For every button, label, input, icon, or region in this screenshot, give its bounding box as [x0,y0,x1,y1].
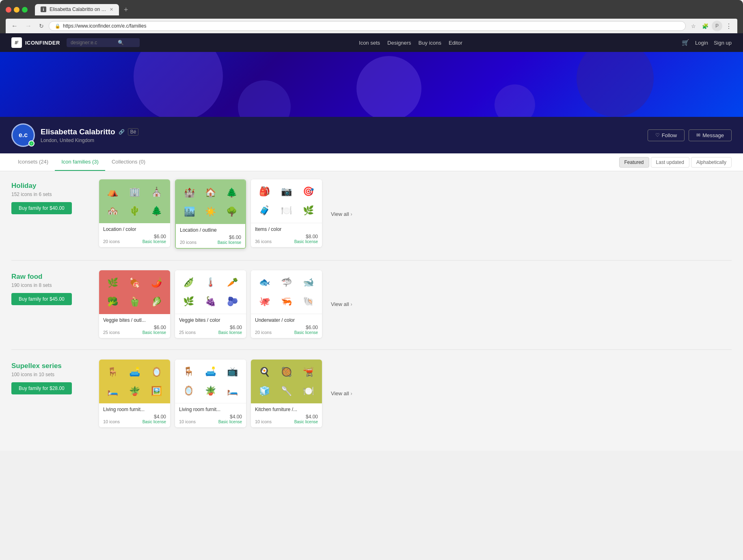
follow-button[interactable]: ♡ Follow [648,129,685,141]
iconset-license: Basic license [218,420,242,424]
tab-icon-families[interactable]: Icon families (3) [55,153,105,171]
iconset-price: $8.00 [294,234,318,239]
profile-link-icon[interactable]: 🔗 [119,129,125,135]
iconset-name: Kitchen furniture /... [255,407,318,412]
message-label: Message [702,132,724,138]
iconset-card[interactable]: ⛺ 🏢 ⛪ 🏘️ 🌵 🌲 Location / color 20 icons [99,179,170,247]
forward-button[interactable]: → [23,21,34,31]
family-section-supellex: Supellex series 100 icons in 10 sets Buy… [11,360,732,427]
iconset-count: 36 icons [255,239,272,244]
tabs: Iconsets (24) Icon families (3) Collecti… [11,153,152,171]
chevron-right-icon: › [351,211,352,217]
iconset-count: 20 icons [180,240,197,245]
minimize-button[interactable] [14,7,19,13]
iconset-card[interactable]: 🪑 🛋️ 🪞 🛏️ 🪴 🖼️ Living room furnit... 10 … [99,360,170,427]
iconset-card[interactable]: 🪑 🛋️ 📺 🪞 🪴 🛏️ Living room furnit... 10 i… [175,360,246,427]
iconset-price: $6.00 [143,325,166,330]
new-tab-button[interactable]: + [121,6,132,13]
cart-icon[interactable]: 🛒 [682,39,689,46]
view-all-label: View all [331,301,349,307]
tab-favicon: i [41,6,46,12]
family-info-supellex: Supellex series 100 icons in 10 sets Buy… [11,360,93,394]
family-section-holiday: Holiday 152 icons in 6 sets Buy family f… [11,179,732,249]
iconset-license: Basic license [218,240,241,245]
header-search-box[interactable]: 🔍 [67,38,140,47]
nav-designers[interactable]: Designers [387,40,411,46]
iconset-name: Veggie bites / color [179,317,242,323]
nav-editor[interactable]: Editor [449,40,462,46]
buy-supellex-button[interactable]: Buy family for $28.00 [11,382,72,394]
sort-featured[interactable]: Featured [619,157,649,168]
family-name-holiday: Holiday [11,182,93,190]
close-button[interactable] [6,7,11,13]
heart-icon: ♡ [655,132,660,138]
tab-close-icon[interactable]: ✕ [110,7,113,12]
iconset-card[interactable]: 🫛 🌡️ 🥕 🌿 🍇 🫐 Veggie bites / color 25 ico… [175,270,246,338]
iconset-count: 10 icons [255,419,272,424]
profile-name: Elisabetta Calabritto [41,127,115,136]
profile-actions: ♡ Follow ✉ Message [648,129,732,141]
site-nav: Icon sets Designers Buy icons Editor [359,40,462,46]
search-icon[interactable]: 🔍 [118,40,124,45]
back-button[interactable]: ← [9,21,20,31]
browser-tab[interactable]: i Elisabetta Calabritto on Iconfinc... ✕ [35,4,119,15]
iconset-card[interactable]: 🐟 🦈 🐋 🐙 🦐 🐚 Underwater / color 20 icons [251,270,322,338]
lock-icon: 🔒 [55,24,60,29]
extensions-icon[interactable]: 🧩 [700,21,711,31]
view-all-rawfood[interactable]: View all › [327,297,356,311]
iconset-card[interactable]: 🌿 🍖 🌶️ 🥦 🫑 🥬 Veggie bites / outl... 25 i… [99,270,170,338]
iconset-card[interactable]: 🍳 🥘 🫕 🧊 🥄 🍽️ Kitchen furniture /... 10 i… [251,360,322,427]
follow-label: Follow [662,132,677,138]
tab-iconsets[interactable]: Iconsets (24) [11,153,55,171]
family-name-supellex: Supellex series [11,362,93,370]
iconset-name: Veggie bites / outl... [103,317,166,323]
iconset-price: $6.00 [218,325,242,330]
url-text: https://www.iconfinder.com/e.c/families [63,23,680,29]
iconset-license: Basic license [143,330,166,335]
tab-collections[interactable]: Collections (0) [105,153,152,171]
site-logo[interactable]: IF ICONFINDER [11,37,60,48]
iconset-license: Basic license [143,239,166,244]
family-info-holiday: Holiday 152 icons in 6 sets Buy family f… [11,179,93,214]
buy-holiday-button[interactable]: Buy family for $40.00 [11,202,72,214]
iconset-name: Living room furnit... [103,407,166,412]
traffic-lights [6,7,28,13]
browser-nav-icons: ☆ 🧩 P ⋮ [688,21,734,31]
header-search-input[interactable] [71,40,115,45]
iconset-count: 20 icons [255,330,272,335]
menu-icon[interactable]: ⋮ [724,21,734,31]
message-button[interactable]: ✉ Message [689,129,732,141]
iconset-name: Location / outline [180,227,241,233]
login-link[interactable]: Login [695,40,708,46]
maximize-button[interactable] [22,7,28,13]
behance-link[interactable]: Bé [128,128,139,136]
sort-alphabetically[interactable]: Alphabetically [691,157,732,168]
iconset-name: Items / color [255,226,318,232]
avatar-wrap: e.c ✓ [11,123,35,147]
view-all-holiday[interactable]: View all › [327,207,356,221]
logo-mark: IF [11,37,22,48]
iconset-price: $6.00 [294,325,318,330]
iconset-price: $6.00 [143,234,166,239]
site-header: IF ICONFINDER 🔍 Icon sets Designers Buy … [0,33,743,52]
iconset-card[interactable]: 🏰 🏠 🌲 🏙️ ☀️ 🌳 Location / outline 20 icon… [175,179,246,249]
profile-section: e.c ✓ Elisabetta Calabritto 🔗 Bé London,… [0,117,743,153]
bookmark-icon[interactable]: ☆ [688,21,699,31]
signup-link[interactable]: Sign up [714,40,732,46]
profile-location: London, United Kingdom [41,138,138,143]
family-meta-supellex: 100 icons in 10 sets [11,372,93,377]
profile-icon[interactable]: P [712,21,722,31]
family-section-rawfood: Raw food 190 icons in 8 sets Buy family … [11,270,732,338]
buy-rawfood-button[interactable]: Buy family for $45.00 [11,293,72,305]
view-all-label: View all [331,390,349,396]
tabs-bar: Iconsets (24) Icon families (3) Collecti… [0,153,743,171]
content-area: Holiday 152 icons in 6 sets Buy family f… [0,171,743,451]
nav-buy-icons[interactable]: Buy icons [419,40,441,46]
iconset-license: Basic license [294,420,318,424]
view-all-supellex[interactable]: View all › [327,386,356,401]
address-bar[interactable]: 🔒 https://www.iconfinder.com/e.c/familie… [49,21,686,31]
reload-button[interactable]: ↻ [37,22,46,30]
iconset-card[interactable]: 🎒 📷 🎯 🧳 🍽️ 🌿 Items / color 36 icons [251,179,322,247]
sort-last-updated[interactable]: Last updated [651,157,689,168]
nav-iconsets[interactable]: Icon sets [359,40,380,46]
